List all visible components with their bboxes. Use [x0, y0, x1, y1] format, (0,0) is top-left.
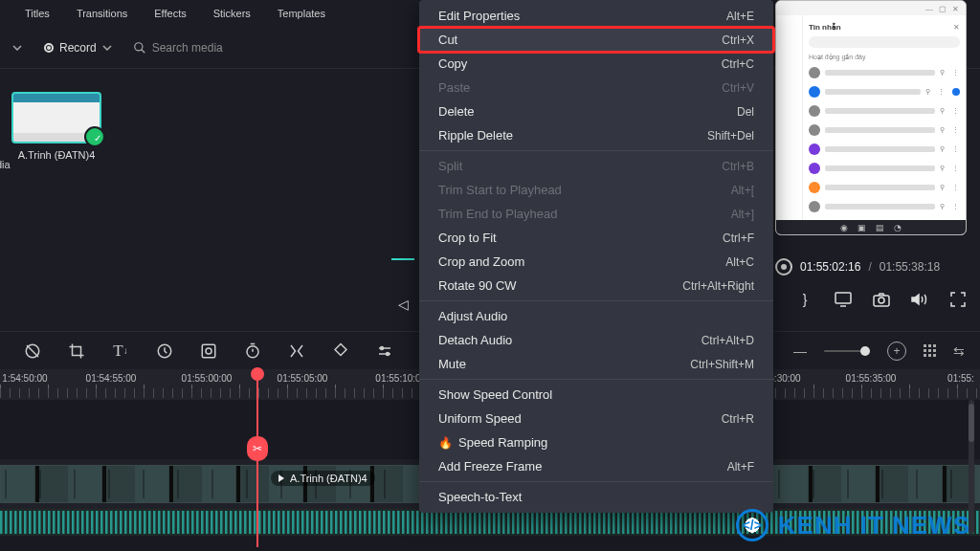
- tab-transitions-label: Transitions: [77, 8, 127, 19]
- preview-monitor: —▢✕ Tin nhắn✕ Hoạt động gần đây ⚲⋮ ⚲⋮ ⚲⋮…: [775, 0, 967, 235]
- side-category-label: dia: [0, 159, 11, 170]
- text-icon[interactable]: T↓: [111, 342, 130, 361]
- expand-icon[interactable]: ⇆: [953, 343, 965, 359]
- fullscreen-icon[interactable]: [949, 291, 967, 308]
- ruler-label: 01:55:05:00: [278, 373, 328, 384]
- play-icon: [278, 474, 284, 482]
- tab-templates[interactable]: Templates: [278, 0, 325, 19]
- volume-icon[interactable]: [911, 291, 928, 308]
- menu-copy[interactable]: CopyCtrl+C: [419, 52, 773, 76]
- preview-sub: Hoạt động gần đây: [809, 54, 960, 61]
- video-clip-right[interactable]: [773, 465, 980, 503]
- ruler-label: 01:55:35:00: [846, 373, 897, 384]
- prev-frame-icon[interactable]: ◁: [398, 297, 409, 312]
- tab-effects[interactable]: Effects: [154, 0, 186, 19]
- menu-adjust-audio[interactable]: Adjust Audio: [419, 304, 773, 328]
- speed-icon[interactable]: [155, 342, 174, 361]
- ruler-label: 1:54:50:00: [2, 373, 47, 384]
- search-placeholder: Search media: [152, 41, 223, 55]
- import-dropdown[interactable]: [8, 38, 27, 57]
- total-timecode: 01:55:38:18: [880, 260, 940, 274]
- menu-cut[interactable]: CutCtrl+X: [419, 28, 773, 52]
- time-sep: /: [868, 260, 871, 274]
- media-clip[interactable]: ✓ A.Trinh (ĐATN)4: [11, 92, 101, 285]
- menu-mute[interactable]: MuteCtrl+Shift+M: [419, 352, 773, 376]
- current-timecode: 01:55:02:16: [800, 260, 860, 274]
- tab-titles-label: Titles: [25, 8, 50, 19]
- menu-split: SplitCtrl+B: [419, 154, 773, 178]
- record-button[interactable]: Record: [36, 37, 120, 58]
- menu-speed-ramping[interactable]: 🔥Speed Ramping: [419, 430, 773, 454]
- cut-marker-icon[interactable]: ✂: [247, 436, 268, 461]
- preview-title: Tin nhắn: [809, 23, 841, 32]
- tab-transitions[interactable]: Transitions: [77, 0, 127, 19]
- zoom-in-icon[interactable]: +: [887, 342, 906, 361]
- zoom-slider[interactable]: [824, 350, 870, 352]
- menu-uniform-speed[interactable]: Uniform SpeedCtrl+R: [419, 407, 773, 430]
- tab-titles[interactable]: Titles: [25, 0, 50, 19]
- clip-name: A.Trinh (ĐATN)4: [18, 149, 96, 161]
- color-icon[interactable]: [199, 342, 218, 361]
- context-menu: Edit PropertiesAlt+E CutCtrl+X CopyCtrl+…: [419, 0, 773, 513]
- watermark-logo-icon: </>: [736, 509, 768, 541]
- check-icon: ✓: [94, 133, 101, 143]
- paint-icon[interactable]: [331, 342, 350, 361]
- menu-delete[interactable]: DeleteDel: [419, 99, 773, 123]
- svg-line-7: [27, 345, 38, 357]
- timer-icon[interactable]: [243, 342, 262, 361]
- menu-crop-zoom[interactable]: Crop and ZoomAlt+C: [419, 250, 773, 274]
- tag-icon[interactable]: [23, 342, 42, 361]
- adjust-icon[interactable]: [375, 342, 394, 361]
- svg-line-1: [141, 49, 145, 53]
- menu-detach-audio[interactable]: Detach AudioCtrl+Alt+D: [419, 328, 773, 352]
- record-label: Record: [59, 41, 97, 55]
- snapshot-icon[interactable]: [873, 291, 890, 308]
- keyframe-icon[interactable]: [287, 342, 306, 361]
- menu-edit-properties[interactable]: Edit PropertiesAlt+E: [419, 4, 773, 28]
- crop-icon[interactable]: [67, 342, 86, 361]
- mark-out-icon[interactable]: }: [796, 291, 813, 308]
- svg-point-0: [134, 42, 142, 50]
- svg-point-10: [206, 348, 212, 354]
- search-input[interactable]: Search media: [133, 41, 223, 55]
- ruler-label: 5:30:00: [768, 373, 800, 384]
- menu-speech-to-text[interactable]: Speech-to-Text: [419, 485, 773, 509]
- menu-trim-start: Trim Start to PlayheadAlt+[: [419, 178, 773, 202]
- zoom-out-icon[interactable]: —: [793, 343, 807, 359]
- record-icon: [44, 43, 54, 53]
- clip-overlay-label: A.Trinh (ĐATN)4: [271, 471, 375, 486]
- menu-show-speed[interactable]: Show Speed Control: [419, 383, 773, 407]
- ruler-label: 01:55:10:0: [375, 373, 420, 384]
- fire-icon: 🔥: [438, 436, 453, 450]
- display-icon[interactable]: [835, 291, 852, 308]
- tab-stickers-label: Stickers: [213, 8, 251, 19]
- search-icon: [133, 41, 146, 55]
- menu-paste: PasteCtrl+V: [419, 76, 773, 99]
- svg-point-14: [381, 346, 384, 349]
- menu-ripple-delete[interactable]: Ripple DeleteShift+Del: [419, 123, 773, 147]
- tab-stickers[interactable]: Stickers: [213, 0, 251, 19]
- menu-trim-end: Trim End to PlayheadAlt+]: [419, 202, 773, 226]
- tab-templates-label: Templates: [278, 8, 325, 19]
- svg-rect-9: [202, 344, 215, 358]
- svg-rect-2: [835, 293, 851, 303]
- svg-point-15: [387, 352, 390, 355]
- ruler-label: 01:55:: [947, 373, 974, 384]
- watermark: </> KENH IT NEWS: [736, 509, 970, 541]
- ruler-label: 01:54:55:00: [86, 373, 137, 384]
- watermark-text: KENH IT NEWS: [778, 511, 970, 540]
- tab-effects-label: Effects: [154, 8, 186, 19]
- accent-line: [391, 258, 414, 260]
- menu-crop-fit[interactable]: Crop to FitCtrl+F: [419, 226, 773, 250]
- menu-rotate[interactable]: Rotate 90 CWCtrl+Alt+Right: [419, 274, 773, 298]
- svg-point-5: [879, 298, 884, 303]
- view-grid-icon[interactable]: [924, 344, 936, 357]
- chevron-down-icon: [102, 45, 112, 51]
- ruler-label: 01:55:00:00: [182, 373, 233, 384]
- menu-freeze-frame[interactable]: Add Freeze FrameAlt+F: [419, 454, 773, 478]
- clip-thumbnail[interactable]: ✓: [11, 92, 101, 143]
- record-indicator-icon: [775, 258, 792, 276]
